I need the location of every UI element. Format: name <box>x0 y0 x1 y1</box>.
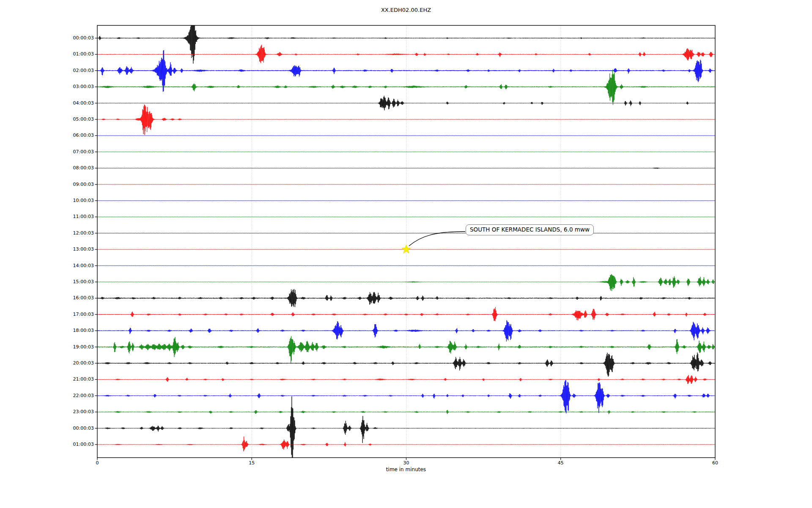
x-axis-title: time in minutes <box>321 467 491 472</box>
x-tick-label: 30 <box>398 460 415 466</box>
y-axis-label-0: 00:00:03 <box>64 35 94 41</box>
x-tick-label: 15 <box>243 460 260 466</box>
y-axis-label-8: 08:00:03 <box>64 165 94 171</box>
trace-row-14 <box>97 265 715 266</box>
trace-row-15 <box>97 274 715 291</box>
y-axis-label-18: 18:00:03 <box>64 328 94 334</box>
trace-row-6 <box>97 135 715 136</box>
y-axis-label-20: 20:00:03 <box>64 360 94 366</box>
y-axis-label-10: 10:00:03 <box>64 198 94 204</box>
trace-row-13 <box>97 249 715 250</box>
y-axis-label-9: 09:00:03 <box>64 182 94 188</box>
y-axis-label-5: 05:00:03 <box>64 116 94 122</box>
y-axis-label-14: 14:00:03 <box>64 263 94 269</box>
trace-row-19 <box>97 336 715 363</box>
trace-row-2 <box>97 50 715 91</box>
trace-row-7 <box>97 152 715 152</box>
x-tick-label: 45 <box>552 460 569 466</box>
trace-row-10 <box>97 201 715 201</box>
x-tick-label: 0 <box>89 460 106 466</box>
y-axis-label-24: 00:00:03 <box>64 425 94 431</box>
y-axis-label-4: 04:00:03 <box>64 100 94 106</box>
event-annotation-box: SOUTH OF KERMADEC ISLANDS, 6.0 mww <box>466 224 594 235</box>
y-axis-label-7: 07:00:03 <box>64 149 94 155</box>
trace-plot-area <box>97 25 715 458</box>
y-axis-label-11: 11:00:03 <box>64 214 94 220</box>
y-axis-label-13: 13:00:03 <box>64 246 94 252</box>
trace-row-5 <box>97 105 715 135</box>
trace-row-9 <box>97 184 715 185</box>
x-tick-label: 60 <box>707 460 724 466</box>
trace-row-12 <box>97 233 715 234</box>
y-axis-label-25: 01:00:03 <box>64 442 94 447</box>
y-axis-label-21: 21:00:03 <box>64 376 94 382</box>
y-axis-label-1: 01:00:03 <box>64 51 94 57</box>
y-axis-label-2: 02:00:03 <box>64 68 94 74</box>
y-axis-label-19: 19:00:03 <box>64 344 94 350</box>
page-title: XX.EDH02.00.EHZ <box>321 7 491 13</box>
trace-row-0 <box>97 25 715 64</box>
trace-row-23 <box>97 410 715 414</box>
y-axis-label-15: 15:00:03 <box>64 279 94 285</box>
y-axis-label-3: 03:00:03 <box>64 84 94 90</box>
trace-row-4 <box>97 96 715 110</box>
trace-row-22 <box>97 380 715 413</box>
y-axis-label-17: 17:00:03 <box>64 312 94 318</box>
y-axis-label-23: 23:00:03 <box>64 409 94 415</box>
trace-row-11 <box>97 217 715 217</box>
y-axis-label-6: 06:00:03 <box>64 133 94 138</box>
y-axis-label-16: 16:00:03 <box>64 295 94 301</box>
y-axis-label-12: 12:00:03 <box>64 230 94 236</box>
seismogram-figure: XX.EDH02.00.EHZ 00:00:0301:00:0302:00:03… <box>0 0 812 508</box>
y-axis-label-22: 22:00:03 <box>64 393 94 399</box>
